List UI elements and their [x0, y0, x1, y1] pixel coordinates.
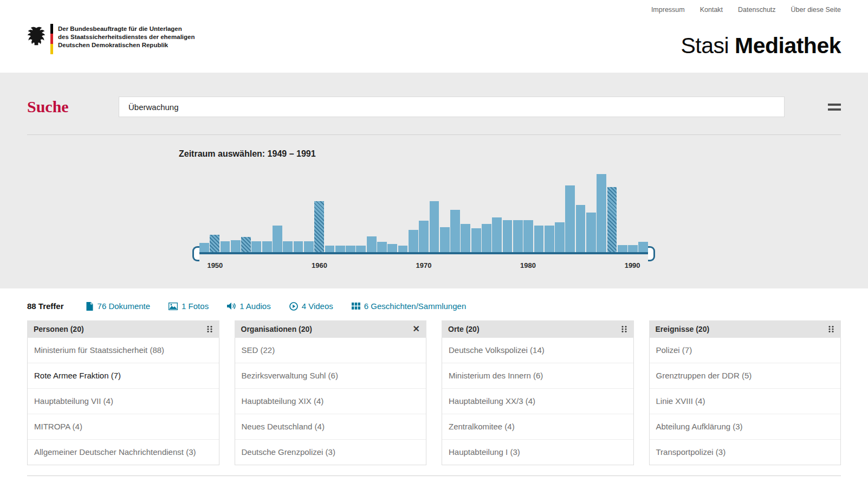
- search-heading: Suche: [27, 98, 119, 116]
- histogram-bar-1953[interactable]: [241, 237, 251, 252]
- histogram-bar-1968[interactable]: [398, 246, 408, 252]
- histogram-bar-1960[interactable]: [314, 201, 324, 252]
- axis-tick-label: 1970: [416, 261, 432, 269]
- facet-list: Ministerium für Staatssicherheit (88) Ro…: [27, 338, 219, 465]
- close-icon[interactable]: ✕: [413, 325, 420, 333]
- facet-item[interactable]: Hauptabteilung VII (4): [28, 389, 219, 414]
- histogram-bar-1975[interactable]: [471, 228, 481, 252]
- histogram-bar-1958[interactable]: [294, 241, 303, 252]
- histogram-bar-1949[interactable]: [199, 243, 209, 252]
- facet-item[interactable]: Linie XVIII (4): [650, 389, 841, 414]
- histogram-bar-1965[interactable]: [367, 236, 377, 252]
- bstu-logo[interactable]: Der Bundesbeauftragte für die Unterlagen…: [27, 23, 195, 54]
- search-input[interactable]: [119, 97, 785, 117]
- filter-label: 6 Geschichten/Sammlungen: [364, 301, 466, 311]
- facet-item[interactable]: Zentralkomitee (4): [442, 414, 633, 440]
- facet-header-organisationen[interactable]: Organisationen (20) ✕: [235, 320, 427, 338]
- axis-tick-label: 1980: [520, 261, 536, 269]
- document-icon: [86, 302, 94, 311]
- drag-handle-icon[interactable]: [828, 325, 834, 333]
- facet-header-ereignisse[interactable]: Ereignisse (20): [649, 320, 841, 338]
- histogram-bar-1967[interactable]: [387, 244, 397, 252]
- histogram-bar-1979[interactable]: [513, 220, 523, 252]
- histogram-bar-1974[interactable]: [461, 224, 470, 252]
- facet-organisationen: Organisationen (20) ✕ SED (22) Bezirksve…: [235, 320, 427, 465]
- histogram-bar-1977[interactable]: [492, 217, 502, 252]
- filter-dokumente[interactable]: 76 Dokumente: [86, 301, 151, 311]
- histogram-bar-1961[interactable]: [325, 246, 335, 252]
- histogram-bar-1976[interactable]: [482, 224, 491, 252]
- facet-item[interactable]: Neues Deutschland (4): [235, 414, 426, 440]
- facet-item[interactable]: Deutsche Volkspolizei (14): [442, 338, 633, 363]
- histogram-bar-1951[interactable]: [221, 241, 230, 252]
- histogram-bar-1957[interactable]: [283, 241, 293, 252]
- histogram-bar-1955[interactable]: [262, 241, 272, 252]
- topnav-link-datenschutz[interactable]: Datenschutz: [738, 6, 775, 14]
- histogram-bar-1990[interactable]: [628, 245, 638, 252]
- histogram-bar-1987[interactable]: [597, 174, 606, 252]
- menu-toggle-icon[interactable]: [828, 101, 841, 113]
- topnav-link-impressum[interactable]: Impressum: [651, 6, 685, 14]
- timeline-histogram: 19501960197019801990: [199, 173, 648, 274]
- facet-item[interactable]: Ministerium des Innern (6): [442, 363, 633, 389]
- topnav-link-kontakt[interactable]: Kontakt: [700, 6, 723, 14]
- drag-handle-icon[interactable]: [621, 325, 627, 333]
- histogram-bar-1964[interactable]: [356, 246, 366, 252]
- facet-item[interactable]: Rote Armee Fraktion (7): [28, 363, 219, 389]
- facet-item[interactable]: Polizei (7): [650, 338, 841, 363]
- histogram-bar-1980[interactable]: [523, 220, 533, 252]
- histogram-bar-1978[interactable]: [503, 220, 513, 252]
- facet-item[interactable]: Hauptabteilung XX/3 (4): [442, 389, 633, 414]
- facet-item[interactable]: Allgemeiner Deutscher Nachrichtendienst …: [28, 440, 219, 465]
- facet-personen: Personen (20) Ministerium für Staatssich…: [27, 320, 219, 465]
- range-handle-right[interactable]: [648, 246, 655, 261]
- search-section: Suche Zeitraum auswählen: 1949 – 1991 19…: [0, 73, 868, 288]
- facet-item[interactable]: Deutsche Grenzpolizei (3): [235, 440, 426, 465]
- facet-item[interactable]: Bezirksverwaltung Suhl (6): [235, 363, 426, 389]
- histogram-bar-1981[interactable]: [534, 226, 544, 252]
- histogram-bar-1966[interactable]: [377, 242, 387, 252]
- histogram-bar-1986[interactable]: [586, 213, 596, 252]
- histogram-bar-1950[interactable]: [210, 235, 219, 252]
- facet-item[interactable]: Abteilung Aufklärung (3): [650, 414, 841, 440]
- histogram-bar-1956[interactable]: [273, 226, 282, 252]
- histogram-bar-1971[interactable]: [430, 201, 439, 252]
- facet-list: Deutsche Volkspolizei (14) Ministerium d…: [442, 338, 634, 465]
- histogram-bar-1963[interactable]: [346, 246, 355, 252]
- histogram-bar-1989[interactable]: [618, 245, 627, 252]
- histogram-bars[interactable]: [199, 173, 648, 252]
- facet-item[interactable]: MITROPA (4): [28, 414, 219, 440]
- facet-header-personen[interactable]: Personen (20): [27, 320, 219, 338]
- facet-item[interactable]: Hauptabteilung XIX (4): [235, 389, 426, 414]
- histogram-bar-1972[interactable]: [440, 227, 450, 252]
- filter-fotos[interactable]: 1 Fotos: [169, 301, 209, 311]
- histogram-bar-1991[interactable]: [638, 242, 648, 252]
- histogram-bar-1988[interactable]: [607, 187, 617, 252]
- histogram-bar-1970[interactable]: [419, 221, 429, 252]
- histogram-bar-1962[interactable]: [335, 246, 345, 252]
- filter-videos[interactable]: 4 Videos: [289, 301, 333, 311]
- histogram-bar-1983[interactable]: [555, 222, 565, 252]
- facet-item[interactable]: SED (22): [235, 338, 426, 363]
- histogram-bar-1954[interactable]: [251, 241, 261, 252]
- facet-item[interactable]: Hauptabteilung I (3): [442, 440, 633, 465]
- facet-item[interactable]: Grenztruppen der DDR (5): [650, 363, 841, 389]
- histogram-bar-1982[interactable]: [545, 226, 554, 252]
- histogram-bar-1985[interactable]: [576, 205, 586, 252]
- filter-audios[interactable]: 1 Audios: [227, 301, 271, 311]
- logo-text-line: Deutschen Demokratischen Republik: [58, 41, 195, 49]
- histogram-bar-1973[interactable]: [450, 210, 460, 252]
- drag-handle-icon[interactable]: [206, 325, 213, 333]
- facet-header-orte[interactable]: Orte (20): [442, 320, 634, 338]
- histogram-bar-1952[interactable]: [231, 240, 241, 252]
- filter-label: 1 Audios: [239, 301, 271, 311]
- facet-item[interactable]: Ministerium für Staatssicherheit (88): [28, 338, 219, 363]
- histogram-bar-1984[interactable]: [565, 185, 575, 252]
- histogram-bar-1959[interactable]: [304, 241, 314, 252]
- flag-stripe: [50, 24, 53, 54]
- filter-geschichten[interactable]: 6 Geschichten/Sammlungen: [352, 301, 466, 311]
- histogram-bar-1969[interactable]: [409, 230, 418, 252]
- range-handle-left[interactable]: [192, 246, 199, 261]
- topnav-link-ueber-diese-seite[interactable]: Über diese Seite: [791, 6, 841, 14]
- facet-item[interactable]: Transportpolizei (3): [650, 440, 841, 465]
